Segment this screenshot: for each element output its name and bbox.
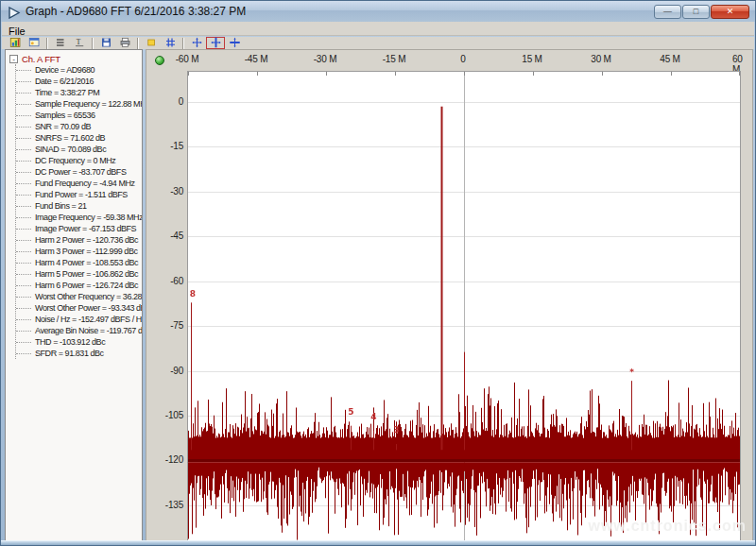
measurement-tree-panel[interactable]: - Ch. A FFT Device = AD9680Date = 6/21/2… (5, 49, 143, 541)
tree-item[interactable]: Image Power = -67.153 dBFS (16, 223, 142, 234)
horizontal-cursor-button[interactable] (225, 37, 244, 49)
tree-item[interactable]: THD = -103.912 dBc (16, 336, 142, 348)
tree-item[interactable]: DC Frequency = 0 MHz (16, 155, 142, 166)
toolbar-separator (46, 38, 48, 49)
tree-item[interactable]: SNR = 70.09 dB (16, 121, 142, 132)
minimize-button[interactable]: — (654, 5, 681, 19)
tree-item[interactable]: Worst Other Power = -93.343 dBFS (16, 302, 142, 314)
y-axis-tick-label: -60 (155, 275, 183, 285)
legend-button[interactable] (51, 37, 70, 49)
print-button[interactable] (115, 37, 134, 49)
fft-plot[interactable] (187, 71, 741, 541)
window-title: Graph - AD9680 FFT 6/21/2016 3:38:27 PM (26, 5, 246, 18)
y-axis-tick-label: -30 (155, 185, 183, 196)
tree-item[interactable]: Device = AD9680 (16, 64, 142, 76)
tree-item[interactable]: Harm 5 Power = -106.862 dBc (16, 268, 142, 280)
tree-item[interactable]: Fund Bins = 21 (16, 200, 142, 212)
x-axis-tick-label: 0 (460, 54, 465, 64)
app-window: Graph - AD9680 FFT 6/21/2016 3:38:27 PM … (0, 0, 756, 546)
toolbar-separator (92, 38, 94, 49)
toolbar: T (2, 37, 754, 49)
y-axis-tick-label: -90 (155, 365, 183, 375)
y-axis-tick-label: 0 (155, 96, 183, 107)
new-analysis-button[interactable] (6, 37, 25, 49)
tree-item[interactable]: SFDR = 91.831 dBc (16, 348, 142, 359)
chart-panel: -60 M-45 M-30 M-15 M015 M30 M45 M60 M 0-… (146, 49, 753, 541)
window-bottom-border (1, 540, 755, 545)
tree-item[interactable]: SNRFS = 71.602 dB (16, 132, 142, 144)
tree-item[interactable]: DC Power = -83.707 dBFS (16, 166, 142, 178)
tree-item[interactable]: Time = 3:38:27 PM (16, 87, 142, 98)
tree-item[interactable]: Harm 6 Power = -126.724 dBc (16, 280, 142, 291)
y-axis-tick-label: -15 (155, 141, 183, 151)
toolbar-separator (137, 38, 139, 49)
text-label-button[interactable]: T (70, 37, 89, 49)
x-axis-tick-label: -60 M (176, 54, 199, 64)
y-axis-tick-label: -105 (155, 410, 183, 420)
x-axis-tick-label: -45 M (245, 54, 268, 64)
y-axis-tick-label: -75 (155, 320, 183, 331)
svg-text:T: T (76, 37, 80, 45)
tree-item[interactable]: Average Bin Noise = -119.767 dBFS (16, 325, 142, 336)
tree-root-label: Ch. A FFT (22, 54, 60, 64)
center-cursor-button[interactable] (187, 37, 206, 49)
menubar: File (2, 22, 754, 36)
x-axis-tick-label: -15 M (383, 54, 406, 64)
tree-item[interactable]: Noise / Hz = -152.497 dBFS / Hz (16, 314, 142, 325)
x-axis-tick-label: 15 M (522, 54, 541, 64)
tree-item[interactable]: Harm 3 Power = -112.999 dBc (16, 246, 142, 257)
tree-item[interactable]: Image Frequency = -59.38 MHz (16, 212, 142, 223)
tree-item[interactable]: Harm 2 Power = -120.736 dBc (16, 234, 142, 246)
y-axis-tick-label: -135 (155, 499, 183, 509)
tree-item[interactable]: SINAD = 70.089 dBc (16, 144, 142, 155)
x-axis-tick-label: 45 M (660, 54, 679, 64)
close-button[interactable]: ✕ (711, 5, 749, 19)
tree-item[interactable]: Date = 6/21/2016 (16, 76, 142, 87)
copy-image-button[interactable] (25, 37, 43, 49)
app-icon (8, 6, 22, 18)
tree-item[interactable]: Worst Other Frequency = 36.28 MHz (16, 291, 142, 302)
vertical-cursor-button[interactable] (206, 37, 225, 49)
tree-root-node[interactable]: - Ch. A FFT (9, 53, 142, 64)
content-area: - Ch. A FFT Device = AD9680Date = 6/21/2… (5, 49, 753, 541)
tree-item[interactable]: Sample Frequency = 122.88 MHz (16, 98, 142, 110)
tree-item[interactable]: Samples = 65536 (16, 110, 142, 121)
tree-item[interactable]: Harm 4 Power = -108.553 dBc (16, 257, 142, 268)
watermark: www.cntronics.com (588, 518, 747, 535)
tree-item[interactable]: Fund Frequency = -4.94 MHz (16, 178, 142, 189)
save-button[interactable] (96, 37, 115, 49)
tree-item[interactable]: Fund Power = -1.511 dBFS (16, 189, 142, 200)
annotation-button[interactable] (142, 37, 161, 49)
tree-collapse-icon[interactable]: - (9, 55, 18, 63)
status-led-icon (155, 56, 164, 65)
maximize-button[interactable]: □ (682, 5, 710, 19)
toolbar-separator (182, 38, 184, 49)
x-axis-tick-label: -30 M (314, 54, 337, 64)
x-axis-tick-label: 30 M (591, 54, 610, 64)
y-axis-tick-label: -120 (155, 454, 183, 465)
y-axis-tick-label: -45 (155, 230, 183, 241)
titlebar[interactable]: Graph - AD9680 FFT 6/21/2016 3:38:27 PM … (1, 1, 755, 22)
grid-toggle-button[interactable] (161, 37, 180, 49)
